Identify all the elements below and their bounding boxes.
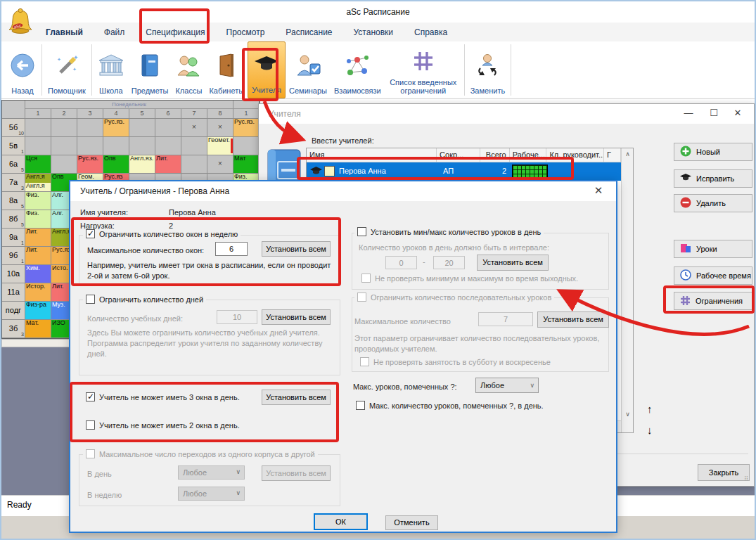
timetable-cell[interactable]: Мат — [233, 155, 260, 174]
column-header-Сокр...[interactable]: Сокр... — [437, 148, 480, 162]
limit-windows-checkbox[interactable]: Ограничить количество окон в неделю — [83, 229, 241, 238]
menu-item-Просмотр[interactable]: Просмотр — [216, 27, 276, 37]
timetable-cell[interactable] — [181, 155, 207, 174]
column-header-Г[interactable]: Г — [604, 148, 621, 162]
class-row-label[interactable]: 7а3 — [2, 174, 25, 192]
timetable-cell[interactable] — [77, 137, 103, 155]
limit-days-checkbox[interactable]: Ограничить количество дней — [83, 295, 206, 304]
timetable-cell[interactable]: Цся — [25, 155, 51, 174]
toolbar-button-Учителя[interactable]: Учителя — [248, 41, 286, 98]
toolbar-button-Помощник[interactable]: ✦✦✦Помощник — [44, 41, 89, 98]
toolbar-button-Назад[interactable]: Назад — [6, 41, 39, 98]
constraints-button[interactable]: Ограничения — [674, 292, 752, 310]
column-header-Рабоче...[interactable]: Рабоче... — [510, 148, 547, 162]
set-all-minmax-button[interactable]: Установить всем — [477, 255, 549, 271]
menu-item-Главный[interactable]: Главный — [35, 27, 94, 37]
class-row-label[interactable]: 9б1 — [2, 247, 25, 265]
timetable-cell[interactable]: Лит. — [155, 155, 181, 174]
timetable-cell[interactable] — [233, 137, 260, 155]
menu-item-Файл[interactable]: Файл — [94, 27, 136, 37]
checkbox-icon[interactable] — [86, 392, 95, 401]
new-teacher-button[interactable]: Новый — [674, 143, 752, 161]
toolbar-button-Семинары[interactable]: Семинары — [286, 41, 331, 98]
timetable-cell[interactable]: Физ-ра — [25, 302, 51, 320]
lessons-button[interactable]: Уроки — [674, 240, 752, 258]
checkbox-icon[interactable] — [357, 227, 366, 236]
no-3-gaps-checkbox[interactable]: Учитель не может иметь 3 окна в день. — [83, 392, 243, 401]
menu-item-Справка[interactable]: Справка — [404, 27, 458, 37]
set-all-windows-button[interactable]: Установить всем — [262, 241, 331, 257]
timetable-cell[interactable] — [51, 137, 77, 155]
class-row-label[interactable]: 9а1 — [2, 229, 25, 247]
column-header-Кл. руководит...[interactable]: Кл. руководит... — [546, 148, 604, 162]
column-header-Имя[interactable]: Имя — [307, 148, 437, 162]
timetable-cell[interactable] — [25, 119, 51, 137]
timetable-cell[interactable]: Хим. — [25, 265, 51, 283]
toolbar-button-Предметы[interactable]: Предметы — [128, 41, 172, 98]
checkbox-icon[interactable] — [86, 420, 95, 430]
class-row-label[interactable]: 5в1 — [2, 137, 25, 155]
move-down-icon[interactable]: ↓ — [647, 424, 653, 436]
minimize-icon[interactable]: — — [677, 104, 700, 122]
cancel-button[interactable]: Отменить — [385, 515, 438, 530]
max-transfers-checkbox[interactable]: Максимальное число переходов из одного к… — [83, 449, 318, 458]
close-icon[interactable]: ✕ — [587, 181, 610, 200]
class-row-label[interactable]: подг — [2, 302, 25, 320]
set-all-gaps-button[interactable]: Установить всем — [262, 390, 331, 405]
max-windows-input[interactable]: 6 — [215, 242, 248, 256]
timetable-cell[interactable] — [51, 119, 77, 137]
move-up-icon[interactable]: ↑ — [647, 403, 653, 415]
timetable-cell[interactable]: Физ. — [25, 192, 51, 210]
timetable-cell[interactable] — [181, 137, 207, 155]
class-row-label[interactable]: 8а5 — [2, 192, 25, 210]
timetable-cell[interactable]: × — [207, 119, 233, 137]
timetable-cell[interactable] — [103, 137, 129, 155]
maximize-icon[interactable]: ☐ — [702, 104, 726, 122]
teacher-row[interactable]: Перова Анна АП 2 — [307, 162, 621, 181]
checkbox-icon[interactable] — [357, 292, 366, 302]
marked-per-day-checkbox[interactable]: Макс. количество уроков, помеченных ?, в… — [353, 401, 546, 410]
worktime-button[interactable]: Рабочее время — [674, 266, 752, 285]
ok-button[interactable]: ОК — [314, 513, 368, 530]
checkbox-icon[interactable] — [86, 229, 95, 238]
timetable-cell[interactable] — [129, 119, 155, 137]
teachers-table-header[interactable]: ИмяСокр...ВсегоРабоче...Кл. руководит...… — [307, 148, 621, 162]
timetable-cell[interactable] — [129, 137, 155, 155]
checkbox-icon[interactable] — [361, 274, 371, 283]
toolbar-button-Кабинеты[interactable]: Кабинеты — [205, 41, 248, 98]
set-all-days-button[interactable]: Установить всем — [262, 309, 331, 325]
menu-item-Расписание[interactable]: Расписание — [275, 27, 342, 37]
timetable-cell[interactable]: Лит. — [25, 229, 51, 247]
timetable-cell[interactable]: × — [181, 119, 207, 137]
column-header-Всего[interactable]: Всего — [480, 148, 510, 162]
timetable-cell[interactable]: Опв — [103, 155, 129, 174]
menu-item-Установки[interactable]: Установки — [343, 27, 404, 37]
class-row-label[interactable]: 5б10 — [2, 119, 25, 137]
skip-weekend-minmax-checkbox[interactable]: Не проверять минимум и максимум во время… — [359, 274, 581, 283]
timetable-cell[interactable]: Мат. — [25, 320, 51, 338]
timetable-cell[interactable]: Рус.яз. — [77, 155, 103, 174]
edit-teacher-button[interactable]: Исправить — [674, 169, 752, 188]
asc-bell-logo-icon[interactable]: aSc — [8, 7, 32, 38]
class-row-label[interactable]: 8б5 — [2, 210, 25, 229]
toolbar-button-Классы[interactable]: Классы — [172, 41, 205, 98]
set-all-consecutive-button[interactable]: Установить всем — [537, 311, 609, 328]
resize-grip[interactable]: ⠿ — [744, 476, 751, 483]
scroll-up-icon[interactable]: ∧ — [622, 148, 634, 160]
timetable-cell[interactable] — [155, 137, 181, 155]
timetable-cell[interactable]: × — [207, 155, 233, 174]
class-row-label[interactable]: 3б3 — [2, 320, 25, 338]
toolbar-button-Заменить[interactable]: Заменить — [467, 41, 508, 98]
limit-consecutive-checkbox[interactable]: Ограничить количество последовательных у… — [354, 292, 554, 302]
class-row-label[interactable]: 10а — [2, 265, 25, 283]
timetable-cell[interactable]: Истор. — [25, 283, 51, 302]
skip-weekend-consecutive-checkbox[interactable]: Не проверять занятость в субботу и воскр… — [357, 357, 553, 366]
timetable-cell[interactable] — [25, 137, 51, 155]
marked-lessons-combo[interactable]: Любое∨ — [475, 378, 539, 393]
menu-item-Спецификация[interactable]: Спецификация — [135, 27, 215, 37]
checkbox-icon[interactable] — [356, 401, 365, 410]
timetable-cell[interactable]: Лит. — [25, 247, 51, 265]
class-row-label[interactable]: 6а5 — [2, 155, 25, 174]
timetable-cell[interactable] — [51, 155, 77, 174]
timetable-cell[interactable]: Англ.яАнгл.я — [25, 174, 51, 192]
